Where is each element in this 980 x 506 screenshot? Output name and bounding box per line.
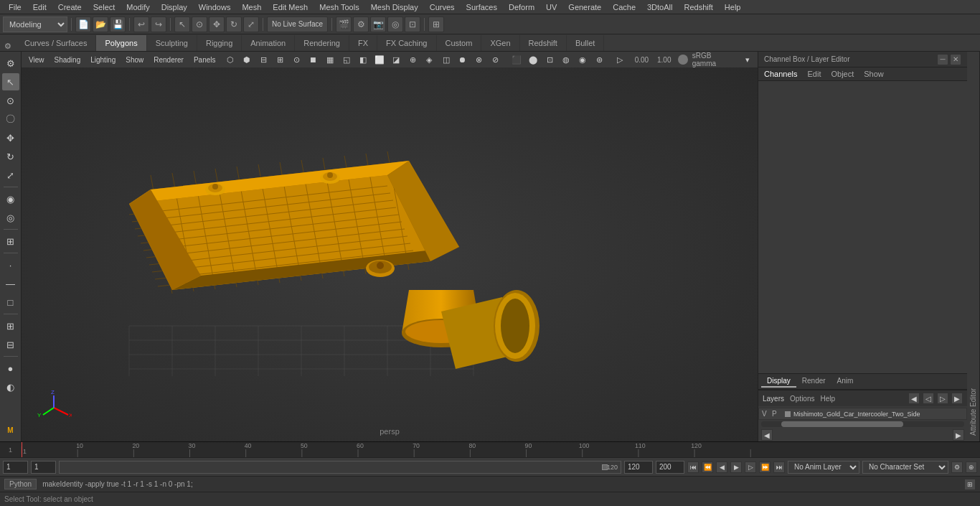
step-back-btn[interactable]: ⏪ xyxy=(702,462,713,473)
component-mode-edge[interactable]: — xyxy=(2,275,19,292)
move-tool-btn[interactable]: ✥ xyxy=(209,17,225,32)
paint-select-tool[interactable]: ⊙ xyxy=(2,92,19,109)
vp-menu-renderer[interactable]: Renderer xyxy=(149,55,188,65)
tab-animation[interactable]: Animation xyxy=(242,35,295,51)
vp-icon-11[interactable]: ◪ xyxy=(389,52,404,67)
panel-close-btn[interactable]: ✕ xyxy=(950,54,961,65)
vp-menu-lighting[interactable]: Lighting xyxy=(86,55,120,65)
select-tool-btn[interactable]: ↖ xyxy=(174,17,190,32)
menu-mesh-display[interactable]: Mesh Display xyxy=(365,1,424,13)
end-range-input[interactable] xyxy=(656,461,684,474)
tab-custom[interactable]: Custom xyxy=(437,35,482,51)
layers-menu-help[interactable]: Help xyxy=(820,395,835,403)
step-forward-btn[interactable]: ⏩ xyxy=(759,462,771,473)
menu-surfaces[interactable]: Surfaces xyxy=(461,1,503,13)
no-live-surface-btn[interactable]: No Live Surface xyxy=(267,17,328,32)
vp-menu-shading[interactable]: Shading xyxy=(50,55,85,65)
component-mode-vertex[interactable]: · xyxy=(2,256,19,273)
layers-menu-options[interactable]: Options xyxy=(790,395,814,403)
menu-mesh-tools[interactable]: Mesh Tools xyxy=(314,1,364,13)
vp-menu-panels[interactable]: Panels xyxy=(189,55,220,65)
camera-btn[interactable]: 📷 xyxy=(370,17,386,32)
current-frame-input[interactable] xyxy=(3,461,28,474)
vp-icon-20[interactable]: ⊡ xyxy=(542,52,557,67)
workspace-btn[interactable]: ⊞ xyxy=(428,17,444,32)
menu-windows[interactable]: Windows xyxy=(193,1,237,13)
menu-modify[interactable]: Modify xyxy=(121,1,155,13)
vp-icon-12[interactable]: ⊕ xyxy=(405,52,420,67)
maya-logo-btn[interactable]: M xyxy=(2,421,19,439)
vp-icon-17[interactable]: ⊘ xyxy=(488,52,503,67)
new-file-btn[interactable]: 📄 xyxy=(75,17,91,32)
cb-tab-show[interactable]: Show xyxy=(861,69,887,79)
current-frame-input2[interactable] xyxy=(31,461,56,474)
snap-live-btn[interactable]: ⊟ xyxy=(2,336,19,353)
mode-dropdown[interactable]: Modeling Rigging Animation FX Rendering xyxy=(3,17,67,32)
menu-help[interactable]: Help xyxy=(719,1,747,13)
layer-scroll-left[interactable]: ◀ xyxy=(761,429,773,441)
menu-deform[interactable]: Deform xyxy=(503,1,540,13)
anim-extra-btn[interactable]: ⊕ xyxy=(966,462,977,473)
layer-next2-btn[interactable]: ▶ xyxy=(951,393,963,404)
menu-redshift[interactable]: Redshift xyxy=(678,1,718,13)
menu-create[interactable]: Create xyxy=(52,1,88,13)
scale-tool-btn[interactable]: ⤢ xyxy=(243,17,259,32)
menu-3dtoall[interactable]: 3DtoAll xyxy=(641,1,678,13)
prev-frame-btn[interactable]: ◀ xyxy=(716,462,727,473)
vp-icon-5[interactable]: ⊙ xyxy=(289,52,304,67)
render-btn[interactable]: 🎬 xyxy=(336,17,352,32)
tab-fx[interactable]: FX xyxy=(349,35,377,51)
menu-generate[interactable]: Generate xyxy=(562,1,607,13)
tab-fx-caching[interactable]: FX Caching xyxy=(377,35,436,51)
anim-settings-btn[interactable]: ⚙ xyxy=(951,462,963,473)
vp-icon-16[interactable]: ⊗ xyxy=(471,52,486,67)
vp-icon-4[interactable]: ⊞ xyxy=(273,52,288,67)
vp-icon-9[interactable]: ◧ xyxy=(355,52,370,67)
tab-rendering[interactable]: Rendering xyxy=(295,35,349,51)
vp-color-swatch[interactable] xyxy=(678,55,687,65)
display-tab-anim[interactable]: Anim xyxy=(831,375,859,388)
vp-icon-19[interactable]: ⬤ xyxy=(525,52,540,67)
cb-tab-edit[interactable]: Edit xyxy=(804,69,824,79)
vp-icon-22[interactable]: ◉ xyxy=(575,52,590,67)
play-btn[interactable]: ▶ xyxy=(730,462,742,473)
vp-icon-1[interactable]: ⬡ xyxy=(223,52,238,67)
scale-tool-left[interactable]: ⤢ xyxy=(2,167,19,184)
vp-icon-18[interactable]: ⬛ xyxy=(509,52,524,67)
redo-btn[interactable]: ↪ xyxy=(151,17,166,32)
end-frame-input[interactable] xyxy=(624,461,653,474)
playback-range-toggle[interactable] xyxy=(602,464,608,470)
menu-edit-mesh[interactable]: Edit Mesh xyxy=(267,1,314,13)
select-tool-left[interactable]: ↖ xyxy=(2,73,19,90)
panel-minimize-btn[interactable]: ─ xyxy=(937,54,948,65)
vp-icon-3[interactable]: ⊟ xyxy=(256,52,271,67)
last-tool-btn[interactable]: ◉ xyxy=(2,190,19,207)
go-to-start-btn[interactable]: ⏮ xyxy=(687,462,699,473)
display-tab-render[interactable]: Render xyxy=(796,375,831,388)
move-tool-left[interactable]: ✥ xyxy=(2,129,19,146)
tab-curves-surfaces[interactable]: Curves / Surfaces xyxy=(16,35,96,51)
paint-skin-btn[interactable]: ◐ xyxy=(2,378,19,395)
vp-icon-21[interactable]: ◍ xyxy=(559,52,574,67)
menu-display[interactable]: Display xyxy=(156,1,193,13)
vp-icon-23[interactable]: ⊛ xyxy=(592,52,607,67)
shelf-settings-btn[interactable]: ⚙ xyxy=(2,55,19,72)
menu-cache[interactable]: Cache xyxy=(607,1,641,13)
cb-tab-channels[interactable]: Channels xyxy=(761,69,800,79)
layer-p[interactable]: P xyxy=(772,410,782,418)
next-frame-btn[interactable]: ▷ xyxy=(745,462,756,473)
display-tab-display[interactable]: Display xyxy=(761,375,796,388)
3d-canvas[interactable]: persp X Y Z xyxy=(22,67,758,441)
timeline-ruler[interactable]: 1 1 10 20 30 40 50 60 70 8 xyxy=(0,441,980,457)
layer-next-btn[interactable]: ▷ xyxy=(937,393,948,404)
menu-select[interactable]: Select xyxy=(88,1,121,13)
tab-polygons[interactable]: Polygons xyxy=(96,35,146,51)
component-mode-face[interactable]: □ xyxy=(2,294,19,311)
tab-sculpting[interactable]: Sculpting xyxy=(147,35,197,51)
vp-icon-14[interactable]: ◫ xyxy=(438,52,453,67)
menu-curves[interactable]: Curves xyxy=(424,1,461,13)
cb-tab-object[interactable]: Object xyxy=(828,69,857,79)
snap-btn2[interactable]: ⊡ xyxy=(405,17,420,32)
vp-icon-24[interactable]: ▷ xyxy=(613,52,628,67)
lasso-select-tool[interactable]: 〇 xyxy=(2,111,19,128)
